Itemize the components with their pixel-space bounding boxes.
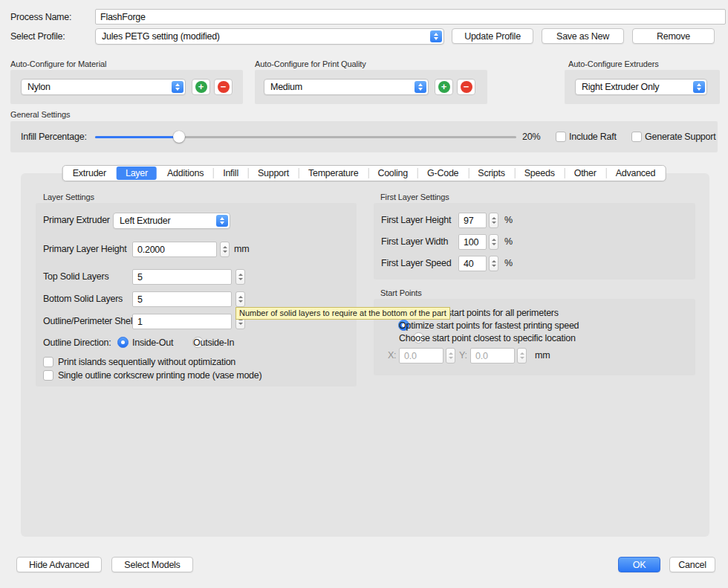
- bottom-solid-layers-label: Bottom Solid Layers: [43, 293, 123, 305]
- primary-layer-height-unit: mm: [234, 243, 249, 255]
- profile-select[interactable]: Jules PETG setting (modified): [95, 28, 444, 45]
- primary-extruder-select[interactable]: Left Extruder: [113, 213, 230, 229]
- process-name-input[interactable]: FlashForge: [95, 9, 726, 25]
- extruders-select[interactable]: Right Extruder Only: [575, 79, 707, 95]
- first-layer-speed-input[interactable]: 40: [458, 256, 487, 271]
- general-settings-label: General Settings: [10, 110, 70, 120]
- tab-cooling[interactable]: Cooling: [368, 166, 417, 181]
- bottom-solid-layers-stepper[interactable]: [235, 291, 245, 307]
- save-as-new-button[interactable]: Save as New: [542, 28, 624, 44]
- tab-speeds[interactable]: Speeds: [515, 166, 565, 181]
- first-layer-width-stepper[interactable]: [489, 234, 498, 250]
- remove-material-button[interactable]: −: [214, 79, 233, 95]
- first-layer-width-unit: %: [504, 236, 513, 248]
- print-quality-select-value: Medium: [270, 82, 302, 92]
- material-select-value: Nylon: [27, 82, 51, 92]
- layer-settings-group: Primary Extruder Left Extruder Primary L…: [36, 203, 357, 387]
- include-raft-checkbox[interactable]: [556, 132, 566, 142]
- tab-scripts[interactable]: Scripts: [468, 166, 514, 181]
- slider-thumb[interactable]: [173, 131, 185, 143]
- vase-mode-checkbox[interactable]: [43, 370, 53, 381]
- top-solid-layers-value: 5: [137, 272, 143, 282]
- x-coordinate-label: X:: [388, 349, 396, 361]
- outline-perimeter-shells-value: 1: [137, 317, 143, 327]
- first-layer-height-label: First Layer Height: [381, 214, 451, 226]
- first-layer-width-value: 100: [464, 237, 478, 248]
- top-solid-layers-label: Top Solid Layers: [43, 271, 108, 282]
- add-quality-button[interactable]: +: [435, 79, 453, 95]
- y-coordinate-label: Y:: [459, 349, 467, 361]
- first-layer-speed-value: 40: [464, 259, 473, 269]
- extruders-select-value: Right Extruder Only: [582, 82, 659, 92]
- infill-slider[interactable]: [95, 129, 516, 144]
- auto-configure-quality-box: Medium + −: [255, 70, 487, 104]
- settings-tabbar: Extruder Layer Additions Infill Support …: [62, 165, 666, 181]
- outline-perimeter-shells-label: Outline/Perimeter Shells: [43, 315, 139, 327]
- tab-other[interactable]: Other: [565, 166, 606, 181]
- vase-mode-label: Single outline corkscrew printing mode (…: [58, 369, 261, 381]
- tab-advanced[interactable]: Advanced: [606, 166, 666, 181]
- bottom-solid-layers-value: 5: [137, 294, 143, 305]
- include-raft-label: Include Raft: [569, 131, 617, 143]
- print-islands-checkbox[interactable]: [43, 357, 53, 367]
- first-layer-height-value: 97: [464, 216, 473, 226]
- outline-perimeter-shells-input[interactable]: 1: [132, 314, 232, 329]
- cancel-button[interactable]: Cancel: [669, 557, 715, 572]
- primary-layer-height-input[interactable]: 0.2000: [132, 242, 217, 257]
- x-coordinate-input[interactable]: 0.0: [399, 348, 443, 364]
- outside-in-label: Outside-In: [193, 337, 234, 349]
- hide-advanced-button[interactable]: Hide Advanced: [16, 557, 102, 572]
- generate-support-checkbox[interactable]: [631, 132, 642, 142]
- coordinates-unit: mm: [535, 349, 550, 361]
- process-name-value: FlashForge: [100, 12, 146, 22]
- chevron-updown-icon: [693, 81, 705, 93]
- auto-configure-material-label: Auto-Configure for Material: [10, 59, 106, 69]
- inside-out-radio[interactable]: [117, 337, 129, 348]
- process-settings-dialog: Process Name: FlashForge Select Profile:…: [0, 0, 728, 588]
- select-models-button[interactable]: Select Models: [111, 557, 193, 572]
- x-coordinate-value: 0.0: [404, 351, 417, 361]
- primary-layer-height-value: 0.2000: [137, 245, 165, 255]
- x-coordinate-stepper[interactable]: [446, 348, 455, 364]
- top-solid-layers-input[interactable]: 5: [132, 269, 232, 285]
- tab-layer[interactable]: Layer: [117, 167, 157, 180]
- tab-extruder[interactable]: Extruder: [63, 166, 116, 181]
- remove-button[interactable]: Remove: [632, 28, 715, 44]
- primary-layer-height-label: Primary Layer Height: [43, 243, 126, 255]
- first-layer-width-label: First Layer Width: [381, 236, 448, 248]
- ok-button[interactable]: OK: [618, 557, 660, 572]
- y-coordinate-stepper[interactable]: [517, 348, 527, 364]
- tab-support[interactable]: Support: [248, 166, 299, 181]
- add-material-button[interactable]: +: [192, 79, 210, 95]
- tab-infill[interactable]: Infill: [213, 166, 248, 181]
- profile-select-value: Jules PETG setting (modified): [102, 31, 220, 42]
- material-select[interactable]: Nylon: [21, 79, 186, 95]
- print-quality-select[interactable]: Medium: [264, 79, 429, 95]
- outline-direction-label: Outline Direction:: [43, 337, 111, 349]
- tab-additions[interactable]: Additions: [157, 166, 213, 181]
- chevron-updown-icon: [172, 81, 183, 93]
- y-coordinate-input[interactable]: 0.0: [470, 348, 515, 364]
- first-layer-speed-unit: %: [504, 257, 513, 269]
- inside-out-label: Inside-Out: [132, 337, 173, 349]
- first-layer-height-stepper[interactable]: [489, 213, 498, 228]
- tab-gcode[interactable]: G-Code: [417, 166, 468, 181]
- print-islands-label: Print islands sequentially without optim…: [58, 356, 235, 368]
- first-layer-settings-label: First Layer Settings: [380, 193, 449, 202]
- optimize-start-points-label: Optimize start points for fastest printi…: [399, 320, 579, 332]
- auto-configure-quality-label: Auto-Configure for Print Quality: [255, 59, 366, 69]
- primary-layer-height-stepper[interactable]: [220, 242, 230, 257]
- remove-quality-button[interactable]: −: [457, 79, 475, 95]
- tab-temperature[interactable]: Temperature: [299, 166, 368, 181]
- auto-configure-extruders-label: Auto-Configure Extruders: [568, 59, 659, 69]
- tooltip: Number of solid layers to require at the…: [235, 307, 450, 320]
- first-layer-height-input[interactable]: 97: [458, 213, 487, 228]
- chevron-updown-icon: [415, 81, 426, 93]
- minus-icon: −: [218, 81, 230, 93]
- bottom-solid-layers-input[interactable]: 5: [132, 291, 232, 307]
- top-solid-layers-stepper[interactable]: [235, 269, 245, 285]
- first-layer-width-input[interactable]: 100: [458, 234, 487, 250]
- first-layer-speed-stepper[interactable]: [489, 256, 498, 271]
- update-profile-button[interactable]: Update Profile: [452, 28, 533, 44]
- first-layer-settings-group: First Layer Height 97 % First Layer Widt…: [374, 203, 695, 280]
